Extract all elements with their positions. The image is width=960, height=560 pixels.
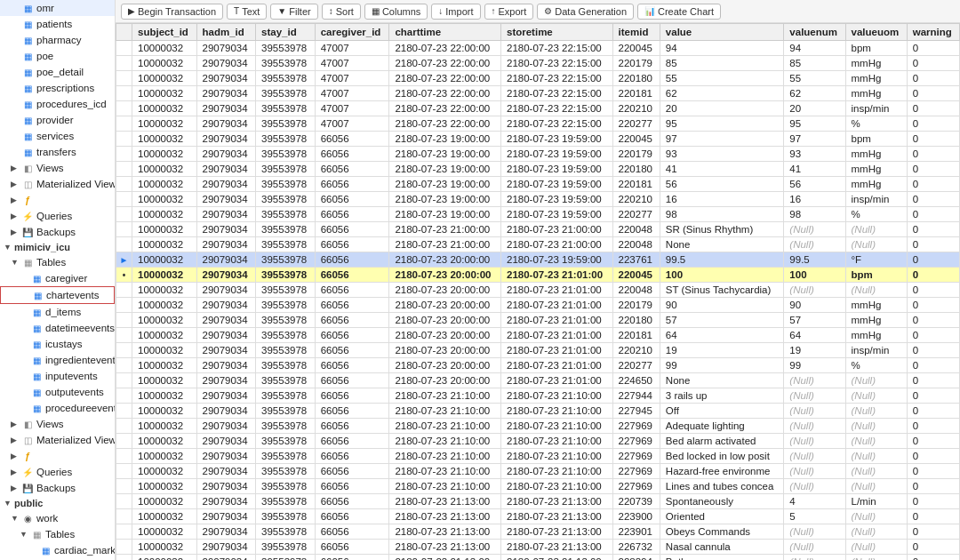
text-button[interactable]: T Text	[227, 4, 267, 20]
sidebar-item-outputevents[interactable]: ▦ outputevents	[0, 384, 115, 400]
col-itemid[interactable]: itemid	[612, 24, 660, 41]
table-row[interactable]: 100000322907903439553978660562180-07-23 …	[116, 388, 960, 404]
export-button[interactable]: ↑ Export	[484, 4, 534, 20]
table-row[interactable]: 100000322907903439553978660562180-07-23 …	[116, 147, 960, 162]
sidebar-item-backups-hosp[interactable]: ▶ 💾 Backups	[0, 224, 115, 240]
table-row[interactable]: 100000322907903439553978660562180-07-23 …	[116, 132, 960, 147]
schema-public[interactable]: ▼ public	[0, 496, 115, 510]
table-row[interactable]: 100000322907903439553978660562180-07-23 …	[116, 373, 960, 388]
sidebar-item-matviews-icu[interactable]: ▶ ◫ Materialized Views	[0, 432, 115, 448]
sidebar-item-pharmacy[interactable]: ▦ pharmacy	[0, 32, 115, 48]
sidebar-item-procedures-icd[interactable]: ▦ procedures_icd	[0, 96, 115, 112]
sidebar-item-functions-icu[interactable]: ▶ ƒ	[0, 448, 115, 464]
table-cell: 2180-07-23 19:59:00	[500, 177, 612, 192]
table-cell: Obeys Commands	[660, 524, 784, 540]
table-row[interactable]: 100000322907903439553978660562180-07-23 …	[116, 449, 960, 464]
table-row[interactable]: 100000322907903439553978660562180-07-23 …	[116, 298, 960, 313]
table-row[interactable]: 100000322907903439553978660562180-07-23 …	[116, 540, 960, 555]
table-row[interactable]: 100000322907903439553978660562180-07-23 …	[116, 358, 960, 373]
table-row[interactable]: 100000322907903439553978660562180-07-23 …	[116, 207, 960, 222]
col-valueuom[interactable]: valueuom	[845, 24, 907, 41]
table-cell: 0	[907, 388, 959, 404]
sidebar-item-backups-icu[interactable]: ▶ 💾 Backups	[0, 480, 115, 496]
sidebar-item-work[interactable]: ▼ ◉ work	[0, 510, 115, 526]
schema-mimiciv-icu[interactable]: ▼ mimiciv_icu	[0, 240, 115, 254]
table-cell: 10000032	[132, 252, 197, 268]
sidebar-item-matviews-hosp[interactable]: ▶ ◫ Materialized Views	[0, 176, 115, 192]
begin-transaction-button[interactable]: ▶ Begin Transaction	[121, 4, 223, 20]
col-value[interactable]: value	[660, 24, 784, 41]
col-storetime[interactable]: storetime	[500, 24, 612, 41]
sidebar-item-transfers[interactable]: ▦ transfers	[0, 144, 115, 160]
sidebar-item-d-items[interactable]: ▦ d_items	[0, 304, 115, 320]
sidebar-item-cardiac-marker[interactable]: ▦ cardiac_marker_fix	[0, 542, 115, 558]
sidebar-item-services[interactable]: ▦ services	[0, 128, 115, 144]
table-row[interactable]: 100000322907903439553978660562180-07-23 …	[116, 555, 960, 561]
col-hadm-id[interactable]: hadm_id	[196, 24, 256, 41]
sidebar-item-views-icu[interactable]: ▶ ◧ Views	[0, 416, 115, 432]
table-row[interactable]: 100000322907903439553978660562180-07-23 …	[116, 434, 960, 449]
table-row[interactable]: 100000322907903439553978660562180-07-23 …	[116, 192, 960, 207]
sidebar-item-tables-work[interactable]: ▼ ▦ Tables	[0, 526, 115, 542]
table-row[interactable]: 100000322907903439553978470072180-07-23 …	[116, 101, 960, 116]
sort-button[interactable]: ↕ Sort	[322, 4, 361, 20]
table-cell: 66056	[315, 237, 389, 252]
table-row[interactable]: 100000322907903439553978660562180-07-23 …	[116, 162, 960, 177]
col-caregiver-id[interactable]: caregiver_id	[315, 24, 389, 41]
columns-button[interactable]: ▦ Columns	[364, 4, 428, 20]
sidebar-item-poe[interactable]: ▦ poe	[0, 48, 115, 64]
sidebar-item-caregiver[interactable]: ▦ caregiver	[0, 270, 115, 286]
sidebar-item-omr[interactable]: ▦ omr	[0, 0, 115, 16]
sidebar-item-chartevents[interactable]: ▦ chartevents	[0, 286, 115, 304]
import-button[interactable]: ↓ Import	[431, 4, 480, 20]
col-valuenum[interactable]: valuenum	[784, 24, 845, 41]
table-row[interactable]: 100000322907903439553978660562180-07-23 …	[116, 328, 960, 343]
filter-button[interactable]: ▼ Filter	[270, 4, 317, 20]
sidebar-item-poe-detail[interactable]: ▦ poe_detail	[0, 64, 115, 80]
table-row[interactable]: 100000322907903439553978660562180-07-23 …	[116, 419, 960, 434]
table-row[interactable]: 100000322907903439553978660562180-07-23 …	[116, 237, 960, 252]
table-row[interactable]: 100000322907903439553978660562180-07-23 …	[116, 343, 960, 358]
table-row[interactable]: 100000322907903439553978470072180-07-23 …	[116, 116, 960, 132]
sidebar-item-queries-hosp[interactable]: ▶ ⚡ Queries	[0, 208, 115, 224]
sidebar-item-ingredientevents[interactable]: ▦ ingredientevents	[0, 352, 115, 368]
sidebar-item-tables-icu[interactable]: ▼ ▦ Tables	[0, 254, 115, 270]
begin-transaction-label: Begin Transaction	[138, 6, 216, 17]
table-row[interactable]: 100000322907903439553978660562180-07-23 …	[116, 464, 960, 479]
data-generation-button[interactable]: ⚙ Data Generation	[537, 4, 634, 20]
sidebar-item-queries-icu[interactable]: ▶ ⚡ Queries	[0, 464, 115, 480]
table-cell: 220048	[612, 283, 660, 298]
table-row[interactable]: 100000322907903439553978660562180-07-23 …	[116, 494, 960, 509]
sidebar-item-procedureevents[interactable]: ▦ procedureevents	[0, 400, 115, 416]
col-subject-id[interactable]: subject_id	[132, 24, 197, 41]
table-cell: 0	[907, 283, 959, 298]
sidebar-item-icustays[interactable]: ▦ icustays	[0, 336, 115, 352]
table-row[interactable]: 100000322907903439553978470072180-07-23 …	[116, 41, 960, 56]
sidebar-item-provider[interactable]: ▦ provider	[0, 112, 115, 128]
sidebar-item-datetimeevents[interactable]: ▦ datetimeevents	[0, 320, 115, 336]
col-stay-id[interactable]: stay_id	[256, 24, 316, 41]
table-cell	[116, 192, 132, 207]
col-warning[interactable]: warning	[907, 24, 959, 41]
table-row[interactable]: 100000322907903439553978470072180-07-23 …	[116, 71, 960, 86]
sidebar-item-views-hosp[interactable]: ▶ ◧ Views	[0, 160, 115, 176]
table-row[interactable]: 100000322907903439553978660562180-07-23 …	[116, 404, 960, 419]
table-row[interactable]: 100000322907903439553978470072180-07-23 …	[116, 56, 960, 71]
sidebar-item-label: work	[36, 513, 58, 524]
table-row[interactable]: 100000322907903439553978470072180-07-23 …	[116, 86, 960, 101]
sidebar-item-functions-hosp[interactable]: ▶ ƒ	[0, 192, 115, 208]
col-charttime[interactable]: charttime	[389, 24, 501, 41]
sidebar-item-inputevents[interactable]: ▦ inputevents	[0, 368, 115, 384]
table-row[interactable]: 100000322907903439553978660562180-07-23 …	[116, 524, 960, 540]
table-row[interactable]: 100000322907903439553978660562180-07-23 …	[116, 283, 960, 298]
table-row[interactable]: 100000322907903439553978660562180-07-23 …	[116, 479, 960, 494]
table-row[interactable]: •100000322907903439553978660562180-07-23…	[116, 268, 960, 283]
create-chart-button[interactable]: 📊 Create Chart	[637, 4, 721, 20]
table-row[interactable]: 100000322907903439553978660562180-07-23 …	[116, 313, 960, 328]
sidebar-item-prescriptions[interactable]: ▦ prescriptions	[0, 80, 115, 96]
table-row[interactable]: 100000322907903439553978660562180-07-23 …	[116, 509, 960, 524]
table-row[interactable]: 100000322907903439553978660562180-07-23 …	[116, 222, 960, 237]
table-row[interactable]: 100000322907903439553978660562180-07-23 …	[116, 177, 960, 192]
table-row[interactable]: ►100000322907903439553978660562180-07-23…	[116, 252, 960, 268]
sidebar-item-patients[interactable]: ▦ patients	[0, 16, 115, 32]
